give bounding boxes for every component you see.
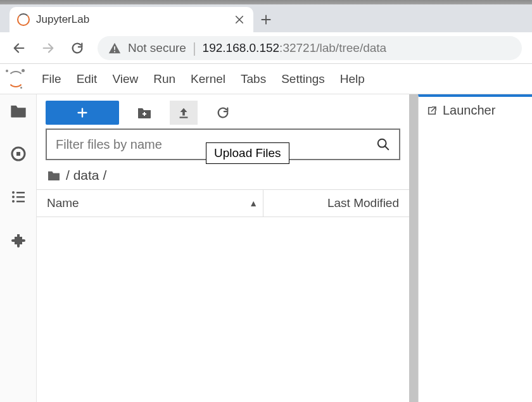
extensions-tab-icon[interactable] bbox=[10, 232, 27, 248]
svg-point-6 bbox=[12, 196, 15, 198]
svg-rect-7 bbox=[16, 196, 25, 198]
menu-kernel[interactable]: Kernel bbox=[191, 72, 225, 86]
col-last-modified[interactable]: Last Modified bbox=[272, 196, 399, 210]
upload-tooltip: Upload Files bbox=[206, 142, 289, 164]
search-icon bbox=[376, 137, 390, 151]
security-label: Not secure bbox=[128, 41, 186, 55]
tab-title: JupyterLab bbox=[36, 13, 227, 26]
launcher-panel: Launcher bbox=[418, 94, 532, 402]
breadcrumb-path: / data / bbox=[66, 168, 106, 183]
menu-settings[interactable]: Settings bbox=[281, 72, 325, 86]
file-browser-panel: / data / Name ▲ Last Modified bbox=[37, 94, 418, 402]
menu-tabs[interactable]: Tabs bbox=[241, 72, 266, 86]
url-host: 192.168.0.152 bbox=[203, 41, 280, 54]
toc-tab-icon[interactable] bbox=[10, 189, 27, 204]
svg-point-4 bbox=[12, 191, 15, 194]
browser-tab-strip: JupyterLab bbox=[0, 4, 532, 32]
popout-icon bbox=[426, 105, 438, 116]
jupyter-menubar: File Edit View Run Kernel Tabs Settings … bbox=[37, 72, 365, 86]
back-button[interactable] bbox=[10, 39, 28, 57]
menu-edit[interactable]: Edit bbox=[77, 72, 98, 86]
upload-button[interactable] bbox=[170, 101, 198, 125]
browser-toolbar: Not secure | 192.168.0.152:32721/lab/tre… bbox=[0, 32, 532, 64]
svg-rect-10 bbox=[180, 116, 188, 118]
file-list-header: Name ▲ Last Modified bbox=[37, 189, 409, 217]
not-secure-icon bbox=[108, 41, 122, 55]
activity-bar bbox=[0, 94, 37, 402]
breadcrumb[interactable]: / data / bbox=[37, 165, 409, 189]
running-tab-icon[interactable] bbox=[10, 146, 27, 161]
forward-button[interactable] bbox=[39, 39, 57, 57]
omnibox-separator: | bbox=[193, 40, 196, 56]
chrome-window-top bbox=[0, 0, 532, 4]
svg-rect-5 bbox=[16, 192, 25, 194]
new-tab-button[interactable] bbox=[253, 7, 279, 32]
reload-button[interactable] bbox=[68, 39, 86, 57]
jupyter-favicon bbox=[17, 13, 30, 26]
svg-rect-1 bbox=[114, 51, 115, 52]
url-path: :32721/lab/tree/data bbox=[279, 41, 386, 54]
refresh-button[interactable] bbox=[209, 101, 237, 125]
files-tab-icon[interactable] bbox=[10, 103, 27, 118]
menu-help[interactable]: Help bbox=[340, 72, 365, 86]
jupyterlab-header: File Edit View Run Kernel Tabs Settings … bbox=[0, 64, 532, 94]
menu-run[interactable]: Run bbox=[153, 72, 175, 86]
folder-icon bbox=[47, 170, 61, 181]
address-bar[interactable]: Not secure | 192.168.0.152:32721/lab/tre… bbox=[98, 36, 522, 60]
tab-close-button[interactable] bbox=[233, 14, 246, 25]
launcher-tab[interactable]: Launcher bbox=[424, 102, 527, 119]
browser-tab[interactable]: JupyterLab bbox=[10, 7, 253, 32]
col-name[interactable]: Name bbox=[47, 196, 79, 210]
file-browser-toolbar bbox=[37, 94, 409, 129]
svg-rect-3 bbox=[16, 152, 20, 156]
svg-point-8 bbox=[12, 200, 15, 203]
launcher-tab-label: Launcher bbox=[443, 103, 495, 118]
file-list-empty bbox=[37, 217, 409, 402]
sort-caret-icon: ▲ bbox=[249, 198, 258, 208]
jupyter-logo bbox=[4, 69, 30, 89]
new-folder-button[interactable] bbox=[130, 101, 158, 125]
menu-view[interactable]: View bbox=[112, 72, 138, 86]
svg-rect-9 bbox=[16, 201, 25, 203]
svg-rect-0 bbox=[114, 46, 115, 50]
new-launcher-button[interactable] bbox=[46, 101, 119, 125]
menu-file[interactable]: File bbox=[42, 72, 61, 86]
